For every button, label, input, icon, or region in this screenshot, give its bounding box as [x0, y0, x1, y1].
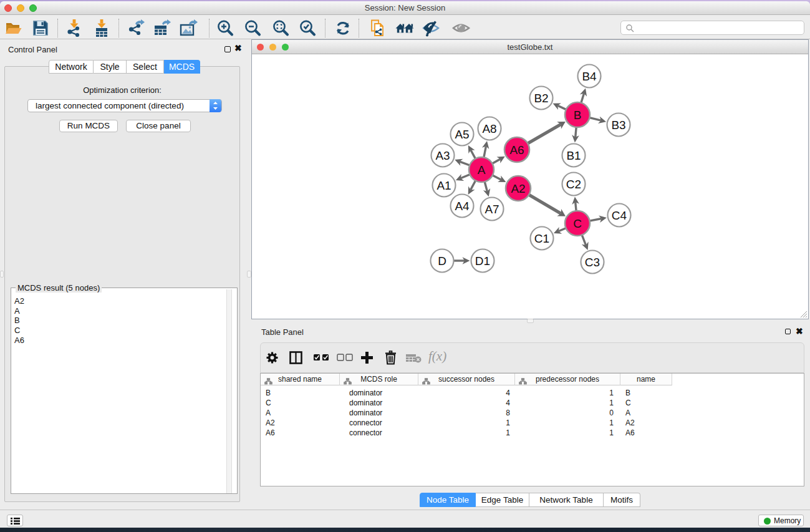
- svg-text:C4: C4: [612, 209, 627, 222]
- svg-text:A: A: [478, 163, 486, 177]
- svg-text:B1: B1: [566, 149, 581, 162]
- svg-text:A1: A1: [436, 179, 451, 192]
- svg-text:B4: B4: [582, 70, 597, 83]
- svg-text:A8: A8: [482, 122, 496, 135]
- svg-text:A7: A7: [485, 203, 499, 216]
- svg-text:C1: C1: [534, 232, 549, 245]
- svg-text:D: D: [438, 254, 446, 268]
- svg-text:B: B: [574, 109, 582, 122]
- svg-text:C: C: [573, 217, 582, 230]
- svg-text:A5: A5: [455, 128, 469, 141]
- svg-text:C2: C2: [566, 178, 581, 191]
- svg-text:A4: A4: [455, 200, 470, 213]
- svg-text:A2: A2: [511, 182, 525, 195]
- svg-text:B2: B2: [534, 92, 548, 105]
- svg-text:C3: C3: [585, 256, 600, 269]
- svg-text:A3: A3: [435, 149, 450, 162]
- svg-text:B3: B3: [611, 118, 625, 132]
- svg-text:A6: A6: [509, 143, 524, 157]
- svg-text:D1: D1: [475, 254, 490, 268]
